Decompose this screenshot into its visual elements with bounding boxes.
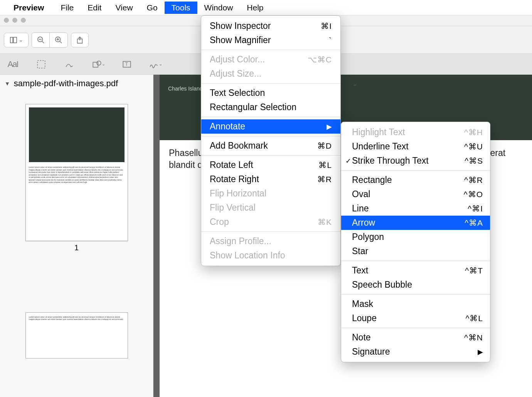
menu-item-rotate-right[interactable]: Rotate Right⌘R <box>201 172 340 186</box>
menu-go[interactable]: Go <box>140 2 165 14</box>
menu-edit[interactable]: Edit <box>81 2 108 14</box>
page-thumbnail-1[interactable]: Lorem ipsum dolor sit amet consectetur a… <box>25 104 128 241</box>
menu-item-label: Highlight Text <box>352 127 405 137</box>
shortcut: ^⌘S <box>465 156 483 166</box>
menu-item-label: Rotate Left <box>210 160 253 170</box>
menu-item-label: Arrow <box>352 218 375 228</box>
thumbnail-sidebar: ▼ sample-pdf-with-images.pdf Lorem ipsum… <box>0 75 153 397</box>
menu-item-underline-text[interactable]: Underline Text^⌘U <box>341 139 490 154</box>
menu-item-show-inspector[interactable]: Show Inspector⌘I <box>201 19 340 33</box>
menu-item-label: Crop <box>210 217 229 227</box>
page-thumbnail-2[interactable]: Lorem ipsum dolor sit amet consectetur a… <box>25 312 128 358</box>
zoom-out-button[interactable] <box>32 33 50 47</box>
shortcut: ⌘I <box>321 22 332 31</box>
menu-item-label: Flip Horizontal <box>210 188 266 198</box>
menu-item-polygon[interactable]: Polygon <box>341 230 490 244</box>
shortcut: ⌘L <box>318 161 332 170</box>
thumbnail-text: Lorem ipsum dolor sit amet consectetur a… <box>29 166 125 184</box>
svg-point-12 <box>97 61 101 65</box>
menu-item-oval[interactable]: Oval^⌘O <box>341 187 490 201</box>
shortcut: ^⌘L <box>465 314 483 323</box>
menu-view[interactable]: View <box>108 2 140 14</box>
menu-item-label: Line <box>352 203 369 214</box>
page-number: 1 <box>74 243 79 252</box>
menu-item-signature[interactable]: Signature▶ <box>341 345 490 359</box>
menu-item-label: Oval <box>352 189 370 199</box>
svg-rect-10 <box>37 60 45 68</box>
menu-item-label: Speech Bubble <box>352 280 412 290</box>
text-box-button[interactable]: T <box>120 57 134 72</box>
svg-text:T: T <box>125 62 128 67</box>
svg-line-3 <box>42 41 44 43</box>
menu-item-star[interactable]: Star <box>341 244 490 258</box>
shortcut: ` <box>329 36 332 45</box>
menu-item-line[interactable]: Line^⌘I <box>341 201 490 216</box>
document-row[interactable]: ▼ sample-pdf-with-images.pdf <box>0 75 153 92</box>
share-button[interactable] <box>71 33 89 47</box>
zoom-window[interactable] <box>21 18 26 23</box>
svg-rect-0 <box>10 37 13 43</box>
menu-item-arrow[interactable]: Arrow^⌘A <box>341 216 490 230</box>
chevron-down-icon[interactable]: ⌄ <box>352 80 357 87</box>
menu-item-label: Rectangle <box>352 175 392 185</box>
menu-item-show-magnifier[interactable]: Show Magnifier` <box>201 33 340 47</box>
menu-item-add-bookmark[interactable]: Add Bookmark⌘D <box>201 139 340 153</box>
menu-item-crop: Crop⌘K <box>201 215 340 229</box>
menu-item-label: Mask <box>352 299 373 309</box>
close-window[interactable] <box>4 18 9 23</box>
disclosure-triangle-icon[interactable]: ▼ <box>5 80 10 87</box>
menu-help[interactable]: Help <box>240 2 270 14</box>
menu-file[interactable]: File <box>54 2 81 14</box>
menu-window[interactable]: Window <box>197 2 240 14</box>
zoom-in-button[interactable] <box>50 33 67 47</box>
menu-item-label: Rotate Right <box>210 174 259 184</box>
menu-item-label: Rectangular Selection <box>210 102 296 112</box>
menu-item-text-selection[interactable]: Text Selection <box>201 86 340 100</box>
sign-button[interactable]: ⌄ <box>148 57 163 72</box>
menu-item-label: Show Magnifier <box>210 35 271 45</box>
minimize-window[interactable] <box>12 18 17 23</box>
menu-item-loupe[interactable]: Loupe^⌘L <box>341 311 490 325</box>
menu-item-adjust-size: Adjust Size... <box>201 67 340 81</box>
menu-item-mask[interactable]: Mask <box>341 297 490 311</box>
menu-item-rectangular-selection[interactable]: Rectangular Selection <box>201 100 340 114</box>
svg-rect-1 <box>13 37 17 43</box>
menu-item-label: Text <box>352 265 368 276</box>
menu-item-adjust-color: Adjust Color...⌥⌘C <box>201 52 340 67</box>
menu-item-flip-vertical: Flip Vertical <box>201 201 340 215</box>
menu-item-flip-horizontal: Flip Horizontal <box>201 186 340 201</box>
text-style-button[interactable]: AaI <box>5 57 20 72</box>
menu-item-label: Star <box>352 246 368 256</box>
shortcut: ⌘R <box>317 175 332 184</box>
menu-tools[interactable]: Tools <box>165 2 197 14</box>
thumbnail-image <box>29 107 125 162</box>
shapes-button[interactable]: ⌄ <box>91 57 106 72</box>
menu-item-label: Show Inspector <box>210 21 271 31</box>
menu-item-label: Note <box>352 332 371 343</box>
sketch-button[interactable] <box>62 57 77 72</box>
menu-item-annotate[interactable]: Annotate▶ <box>201 119 340 134</box>
menu-item-speech-bubble[interactable]: Speech Bubble <box>341 278 490 292</box>
shortcut: ^⌘H <box>464 128 483 137</box>
shortcut: ^⌘N <box>464 333 483 342</box>
menu-item-rectangle[interactable]: Rectangle^⌘R <box>341 173 490 187</box>
menu-item-label: Flip Vertical <box>210 203 256 213</box>
annotate-submenu: Highlight Text^⌘HUnderline Text^⌘U✓Strik… <box>341 122 490 362</box>
menu-item-label: Annotate <box>210 121 245 131</box>
menu-item-assign-profile: Assign Profile... <box>201 234 340 248</box>
check-icon: ✓ <box>344 157 352 165</box>
app-name[interactable]: Preview <box>13 3 44 12</box>
view-mode-button[interactable]: ⌄ <box>4 33 29 47</box>
menu-item-label: Signature <box>352 347 390 357</box>
rectangular-select-button[interactable] <box>34 57 49 72</box>
document-filename: sample-pdf-with-images.pdf <box>14 79 118 89</box>
menu-item-highlight-text: Highlight Text^⌘H <box>341 125 490 139</box>
menu-item-rotate-left[interactable]: Rotate Left⌘L <box>201 158 340 172</box>
shortcut: ^⌘R <box>464 176 483 185</box>
menu-item-text[interactable]: Text^⌘T <box>341 263 490 278</box>
menu-item-label: Polygon <box>352 232 384 242</box>
menu-item-strike-through-text[interactable]: ✓Strike Through Text^⌘S <box>341 154 490 168</box>
menu-item-label: Underline Text <box>352 141 409 152</box>
menu-item-note[interactable]: Note^⌘N <box>341 330 490 345</box>
submenu-arrow-icon: ▶ <box>327 122 332 131</box>
